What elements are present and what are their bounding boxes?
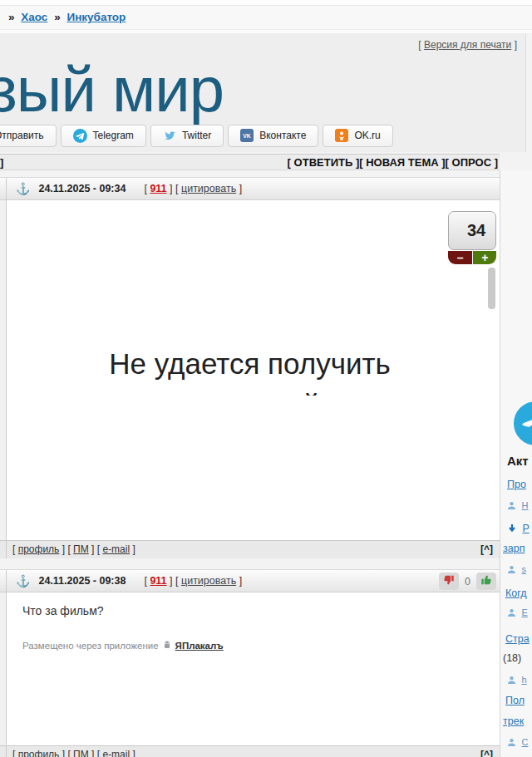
scroll-to-top-link[interactable]: [^] [480, 746, 493, 757]
share-send-button[interactable]: Отправить [0, 125, 57, 147]
thumb-down-icon [443, 574, 455, 588]
user-column-sliver [0, 570, 7, 592]
forum-page: » Хаос » Инкубатор [ Версия для печати ]… [0, 0, 532, 757]
user-column-sliver [0, 592, 7, 745]
new-topic-button[interactable]: НОВАЯ ТЕМА [366, 156, 438, 169]
sidebar: Акт Про Н Р зарп s Когд [500, 170, 532, 757]
sidebar-user-row: h [507, 674, 527, 686]
thumb-up-button[interactable] [476, 573, 496, 590]
hot-topic-arrow-icon [507, 523, 520, 534]
share-send-label: Отправить [0, 130, 44, 141]
clipped-text-fragment: ] [0, 155, 3, 170]
user-column-sliver [0, 178, 7, 199]
poll-button[interactable]: ОПРОС [452, 156, 491, 169]
share-vk-button[interactable]: VK Вконтакте [228, 125, 318, 147]
breadcrumb-link-incubator[interactable]: Инкубатор [66, 11, 126, 23]
topic-actions-bar: ] [ ОТВЕТИТЬ ][ НОВАЯ ТЕМА ][ ОПРОС ] [0, 154, 500, 170]
posts-column: ⚓ 24.11.2025 - 09:34 [ 911 ] [ цитироват… [0, 170, 500, 757]
sidebar-topic-link: Пол [505, 695, 525, 706]
breadcrumb-separator: » [8, 11, 15, 23]
sidebar-topic-link: Про [507, 479, 526, 490]
post-number-link[interactable]: 911 [150, 575, 166, 587]
breadcrumb: » Хаос » Инкубатор [0, 6, 532, 30]
embed-scrollbar-thumb[interactable] [488, 268, 495, 309]
user-icon [507, 607, 519, 618]
sidebar-topic-link: Р [507, 523, 530, 534]
profile-link[interactable]: профиль [18, 543, 60, 555]
post-footer: [ профиль ] [ ПМ ] [ e-mail ] [^] [0, 745, 500, 757]
sidebar-topic-link: Стра [505, 633, 530, 645]
topic-header-panel: [ Версия для печати ] зый мир Отправить … [0, 33, 526, 152]
share-ok-label: OK.ru [354, 130, 380, 141]
rating-minus-button[interactable]: – [448, 251, 472, 264]
ok-icon [335, 129, 348, 142]
post-header: ⚓ 24.11.2025 - 09:34 [ 911 ] [ цитироват… [0, 177, 500, 200]
android-app-icon [162, 640, 172, 651]
share-twitter-label: Twitter [182, 130, 211, 141]
topic-title: зый мир [0, 57, 224, 123]
user-column-sliver [0, 746, 7, 757]
sidebar-topic-replies-count: (18) [503, 652, 521, 664]
post-header: ⚓ 24.11.2025 - 09:38 [ 911 ] [ цитироват… [0, 569, 500, 592]
sidebar-user-row: Е [507, 607, 528, 618]
reply-button[interactable]: ОТВЕТИТЬ [294, 156, 353, 169]
print-version-link[interactable]: Версия для печати [424, 39, 511, 51]
sidebar-user-row: s [507, 563, 526, 575]
telegram-icon [73, 129, 87, 143]
vk-icon: VK [240, 129, 254, 142]
post-message: Что за фильм? [22, 604, 104, 617]
embed-error-title: Не удается получить [0, 347, 500, 381]
telegram-channel-icon[interactable] [514, 401, 532, 445]
user-icon [507, 563, 519, 575]
sidebar-user-row: С [507, 736, 528, 748]
breadcrumb-separator: » [54, 11, 61, 23]
sidebar-topic-link: трек [503, 715, 524, 727]
posted-via-line: Размещено через приложение ЯПлакалъ [22, 640, 224, 651]
user-icon [507, 499, 519, 511]
user-column-sliver [0, 541, 7, 558]
scroll-to-top-link[interactable]: [^] [480, 541, 493, 558]
share-ok-button[interactable]: OK.ru [323, 125, 392, 147]
breadcrumb-link-chaos[interactable]: Хаос [21, 11, 47, 23]
thumb-up-icon [480, 574, 492, 588]
share-buttons-row: Отправить Telegram Twitter VK Вконтакте [0, 123, 397, 148]
anchor-icon[interactable]: ⚓ [16, 182, 30, 195]
top-strip [0, 0, 532, 6]
embed-error-clipped-line: доступ к сайту [0, 388, 500, 396]
sidebar-topic-link: зарп [503, 543, 525, 554]
pm-link[interactable]: ПМ [73, 543, 89, 555]
user-icon [507, 674, 519, 686]
via-prefix: Размещено через приложение [22, 641, 159, 651]
post-content: 34 – + Не удается получить доступ к сайт… [0, 200, 500, 540]
share-twitter-button[interactable]: Twitter [150, 125, 224, 147]
post-content: Что за фильм? Размещено через приложение… [0, 592, 500, 745]
post-date: 24.11.2025 - 09:34 [38, 183, 126, 194]
active-topics-heading: Акт [507, 454, 529, 468]
profile-link[interactable]: профиль [18, 749, 60, 757]
rating-value: 34 [448, 211, 496, 250]
email-link[interactable]: e-mail [102, 749, 130, 757]
post-date: 24.11.2025 - 09:38 [38, 575, 126, 587]
user-icon [507, 736, 519, 748]
sidebar-user-row: Н [507, 499, 528, 511]
share-telegram-label: Telegram [93, 130, 134, 141]
share-vk-label: Вконтакте [259, 130, 306, 141]
anchor-icon[interactable]: ⚓ [16, 574, 30, 587]
yaplakal-app-link[interactable]: ЯПлакалъ [175, 641, 224, 651]
post-footer: [ профиль ] [ ПМ ] [ e-mail ] [^] [0, 540, 500, 558]
thumb-down-button[interactable] [439, 573, 459, 590]
email-link[interactable]: e-mail [102, 543, 130, 555]
quote-link[interactable]: цитировать [181, 183, 236, 194]
twitter-icon [163, 129, 176, 142]
rating-plus-button[interactable]: + [473, 251, 496, 264]
print-version: [ Версия для печати ] [418, 39, 517, 51]
post-votes-widget: 0 [439, 573, 496, 590]
pm-link[interactable]: ПМ [73, 749, 89, 757]
svg-text:VK: VK [243, 133, 251, 139]
share-telegram-button[interactable]: Telegram [61, 125, 146, 147]
post-rating-widget: 34 – + [448, 211, 496, 264]
vote-count: 0 [465, 576, 470, 587]
quote-link[interactable]: цитировать [181, 575, 236, 587]
sidebar-topic-link: Когд [505, 587, 527, 599]
post-number-link[interactable]: 911 [150, 183, 166, 194]
